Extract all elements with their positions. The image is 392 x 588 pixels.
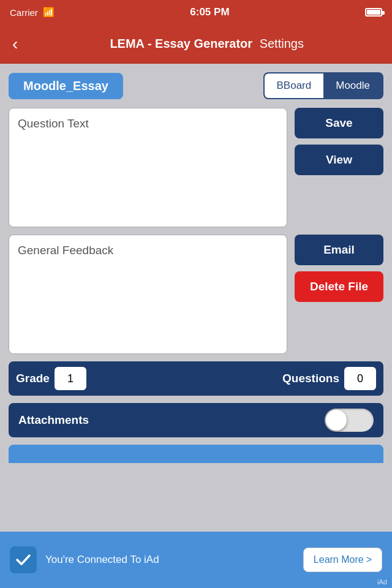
attachments-toggle[interactable] — [325, 409, 374, 432]
moodle-essay-button[interactable]: Moodle_Essay — [9, 73, 123, 99]
question-text-area[interactable]: Question Text — [9, 108, 287, 227]
email-button[interactable]: Email — [295, 235, 383, 265]
attachments-label: Attachments — [18, 413, 315, 427]
nav-title: LEMA - Essay Generator Settings — [29, 37, 385, 51]
nav-title-text: LEMA - Essay Generator — [110, 37, 252, 50]
top-row: Moodle_Essay BBoard Moodle — [9, 72, 383, 99]
questions-label: Questions — [282, 372, 339, 385]
feedback-row: General Feedback Email Delete File — [9, 235, 383, 354]
questions-input[interactable] — [344, 367, 376, 390]
learn-more-arrow: > — [366, 554, 372, 565]
question-row: Question Text Save View — [9, 108, 383, 227]
grade-label: Grade — [16, 372, 50, 385]
nav-bar: ‹ LEMA - Essay Generator Settings — [0, 24, 392, 64]
feedback-action-buttons: Email Delete File — [295, 235, 383, 354]
status-bar: Carrier 📶 6:05 PM — [0, 0, 392, 24]
status-carrier: Carrier 📶 — [10, 7, 55, 18]
grade-questions-row: Grade Questions — [9, 361, 383, 396]
delete-file-button[interactable]: Delete File — [295, 271, 383, 302]
moodle-toggle-option[interactable]: Moodle — [323, 74, 382, 98]
question-action-buttons: Save View — [295, 108, 383, 227]
main-content: Moodle_Essay BBoard Moodle Question Text… — [0, 64, 392, 463]
question-text-label: Question Text — [18, 117, 89, 130]
nav-settings-label: Settings — [260, 37, 304, 50]
back-button[interactable]: ‹ — [7, 33, 23, 55]
battery-icon — [365, 8, 382, 17]
learn-more-button[interactable]: Learn More > — [303, 548, 382, 572]
iad-checkmark-icon — [10, 546, 37, 573]
partial-row — [9, 445, 383, 463]
wifi-icon: 📶 — [43, 7, 55, 18]
iad-label: iAd — [377, 578, 387, 586]
carrier-label: Carrier — [10, 7, 38, 18]
view-button[interactable]: View — [295, 145, 383, 175]
iad-banner: You're Connected To iAd Learn More > iAd — [0, 532, 392, 588]
grade-input[interactable] — [55, 367, 86, 390]
status-time: 6:05 PM — [190, 6, 229, 18]
board-toggle: BBoard Moodle — [263, 72, 383, 99]
bboard-toggle-option[interactable]: BBoard — [265, 74, 324, 98]
feedback-text-label: General Feedback — [18, 244, 113, 257]
status-battery — [365, 8, 382, 17]
attachments-row: Attachments — [9, 403, 383, 437]
save-button[interactable]: Save — [295, 108, 383, 138]
learn-more-label: Learn More — [314, 554, 364, 565]
iad-message: You're Connected To iAd — [45, 554, 295, 566]
feedback-text-area[interactable]: General Feedback — [9, 235, 287, 354]
